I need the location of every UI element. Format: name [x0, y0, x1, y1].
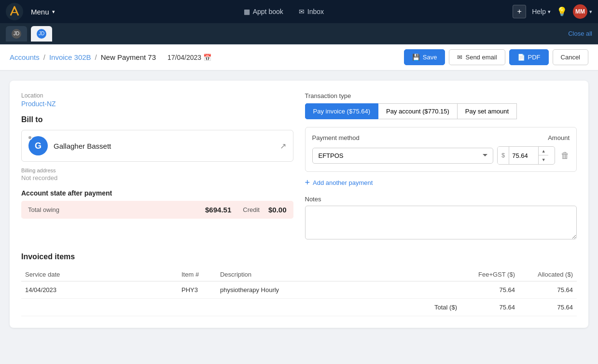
client-avatar: G [28, 136, 48, 155]
nav-right: + Help ▾ 💡 MM ▾ [513, 4, 592, 19]
cancel-label: Cancel [561, 54, 580, 61]
avatar-initials: MM [575, 8, 585, 15]
tab-avatar-1: JD [12, 29, 21, 39]
tab-item-1[interactable]: JD [6, 26, 27, 42]
currency-symbol: $ [498, 147, 509, 164]
main-content: Location Product-NZ Bill to G Gallagher … [0, 71, 598, 364]
breadcrumb-actions: 💾 Save ✉ Send email 📄 PDF Cancel [404, 49, 588, 65]
send-email-button[interactable]: ✉ Send email [449, 49, 505, 65]
amount-input[interactable] [509, 147, 538, 164]
cell-allocated: 75.64 [519, 281, 577, 299]
add-another-payment-button[interactable]: + Add another payment [305, 178, 373, 188]
tabs-bar: JD JD Close all [0, 23, 598, 44]
billing-address-label: Billing address [21, 168, 293, 173]
add-plus-icon: + [305, 178, 310, 188]
payment-section-header: Payment method Amount [312, 134, 570, 141]
pdf-button[interactable]: 📄 PDF [509, 49, 549, 65]
app-logo[interactable] [6, 3, 23, 20]
lightbulb-icon[interactable]: 💡 [556, 6, 567, 17]
user-avatar: MM [573, 4, 587, 19]
notes-textarea[interactable] [305, 206, 577, 239]
avatar-chevron-icon: ▾ [589, 9, 592, 15]
location-label: Location [21, 92, 293, 99]
amount-spinners: ▲ ▼ [538, 147, 548, 164]
help-nav[interactable]: Help ▾ [532, 8, 551, 15]
credit-label: Credit [243, 206, 260, 213]
calendar-icon: ▦ [244, 8, 250, 15]
appt-book-label: Appt book [253, 8, 283, 15]
inbox-nav[interactable]: ✉ Inbox [299, 8, 324, 15]
menu-button[interactable]: Menu ▾ [31, 8, 55, 16]
inbox-label: Inbox [307, 8, 324, 15]
svg-point-0 [6, 3, 23, 20]
add-button[interactable]: + [513, 5, 526, 18]
location-section: Location Product-NZ [21, 92, 293, 108]
location-value[interactable]: Product-NZ [21, 100, 293, 108]
breadcrumb-bar: Accounts / Invoice 302B / New Payment 73… [0, 44, 598, 71]
account-state-row: Total owing $694.51 Credit $0.00 [21, 201, 293, 219]
total-label-row: Total ($) 75.64 75.64 [21, 299, 577, 316]
txn-pay-account-button[interactable]: Pay account ($770.15) [378, 103, 457, 119]
inbox-icon: ✉ [299, 8, 305, 15]
tab-item-2[interactable]: JD [31, 26, 52, 42]
account-state-section: Account state after payment Total owing … [21, 189, 293, 219]
appt-book-nav[interactable]: ▦ Appt book [244, 8, 283, 15]
cancel-button[interactable]: Cancel [553, 49, 588, 65]
share-icon[interactable]: ↗ [280, 141, 286, 151]
credit-amount: $0.00 [268, 206, 287, 214]
payment-method-select[interactable]: EFTPOS Cash Credit Card Bank Transfer [312, 148, 494, 164]
breadcrumb-new-payment: New Payment 73 [101, 53, 156, 61]
notes-label: Notes [305, 196, 577, 203]
user-avatar-group[interactable]: MM ▾ [573, 4, 592, 19]
notes-section: Notes [305, 196, 577, 241]
transaction-type-buttons: Pay invoice ($75.64) Pay account ($770.1… [305, 103, 577, 119]
form-layout: Location Product-NZ Bill to G Gallagher … [21, 92, 577, 241]
table-header-row: Service date Item # Description Fee+GST … [21, 268, 577, 281]
cell-description: physiotherapy Hourly [216, 281, 461, 299]
add-another-payment-label: Add another payment [313, 179, 373, 186]
payment-row: EFTPOS Cash Credit Card Bank Transfer $ … [312, 146, 570, 165]
col-fee-gst: Fee+GST ($) [461, 268, 519, 281]
client-name: Gallagher Bassett [54, 142, 111, 150]
payment-method-header-label: Payment method [312, 134, 360, 141]
col-allocated: Allocated ($) [519, 268, 577, 281]
save-label: Save [423, 54, 437, 61]
amount-decrement-button[interactable]: ▼ [539, 155, 548, 164]
tab-avatar-2: JD [37, 29, 46, 39]
save-icon: 💾 [412, 54, 420, 61]
txn-pay-invoice-label: Pay invoice ($75.64) [313, 108, 371, 115]
menu-chevron-icon: ▾ [52, 9, 55, 15]
send-email-label: Send email [465, 54, 497, 61]
save-button[interactable]: 💾 Save [404, 49, 445, 65]
invoiced-items-table: Service date Item # Description Fee+GST … [21, 268, 577, 316]
help-chevron-icon: ▾ [548, 9, 551, 15]
bill-to-title: Bill to [21, 115, 293, 124]
txn-pay-invoice-button[interactable]: Pay invoice ($75.64) [305, 103, 378, 119]
txn-pay-set-amount-button[interactable]: Pay set amount [457, 103, 517, 119]
left-column: Location Product-NZ Bill to G Gallagher … [21, 92, 293, 241]
total-label-cell: Total ($) [21, 299, 461, 316]
breadcrumb-sep-2: / [95, 53, 97, 61]
cell-item-num: PHY3 [178, 281, 216, 299]
delete-payment-button[interactable]: 🗑 [561, 151, 570, 161]
date-value: 17/04/2023 [167, 54, 201, 61]
amount-header-label: Amount [548, 134, 570, 141]
payment-method-section: Payment method Amount EFTPOS Cash Credit… [305, 127, 577, 172]
amount-increment-button[interactable]: ▲ [539, 147, 548, 155]
cell-service-date: 14/04/2023 [21, 281, 178, 299]
billing-address-section: Billing address Not recorded [21, 168, 293, 182]
breadcrumb-invoice[interactable]: Invoice 302B [49, 53, 91, 61]
table-row: 14/04/2023 PHY3 physiotherapy Hourly 75.… [21, 281, 577, 299]
breadcrumb-accounts[interactable]: Accounts [10, 53, 40, 61]
menu-label: Menu [31, 8, 49, 16]
client-card: G Gallagher Bassett ↗ [21, 130, 293, 162]
calendar-icon[interactable]: 📅 [203, 54, 211, 61]
close-all-button[interactable]: Close all [568, 30, 592, 37]
amount-field: $ ▲ ▼ [497, 146, 555, 165]
client-initial: G [35, 141, 42, 151]
breadcrumb-sep-1: / [43, 53, 45, 61]
total-fee-gst: 75.64 [461, 299, 519, 316]
help-label: Help [532, 8, 546, 15]
pdf-label: PDF [528, 54, 541, 61]
email-icon: ✉ [457, 54, 462, 61]
